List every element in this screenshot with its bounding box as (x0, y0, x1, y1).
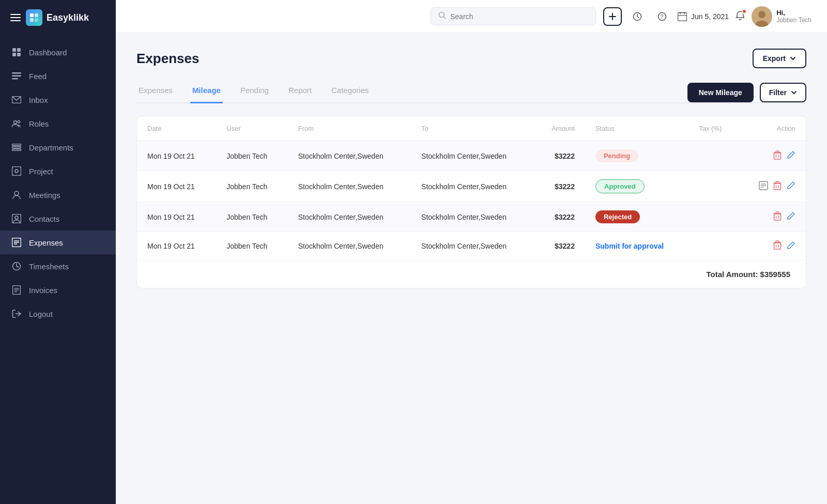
cell-date: Mon 19 Oct 21 (137, 232, 216, 261)
topbar: ? Jun 5, 2021 Hi, Jobben Tech (116, 0, 827, 33)
cell-tax (688, 202, 739, 232)
status-badge: Pending (595, 149, 638, 162)
table-row: Mon 19 Oct 21 Jobben Tech Stockholm Cent… (137, 232, 806, 261)
status-badge: Submit for approval (595, 242, 664, 250)
svg-rect-15 (12, 147, 21, 148)
edit-icon[interactable] (787, 150, 795, 161)
cell-action (739, 171, 806, 202)
current-date: Jun 5, 2021 (691, 12, 729, 21)
topbar-icons: ? Jun 5, 2021 Hi, Jobben Tech (603, 6, 811, 27)
sidebar-item-project[interactable]: Project (0, 159, 116, 183)
cell-to: Stockholm Center,Sweden (411, 202, 534, 232)
cell-status: Rejected (585, 202, 688, 232)
search-box[interactable] (431, 7, 596, 25)
sidebar-item-expenses[interactable]: Expenses (0, 231, 116, 254)
svg-point-13 (18, 120, 20, 123)
meetings-icon (11, 190, 22, 200)
tab-pending[interactable]: Pending (238, 81, 271, 103)
col-from: From (288, 116, 411, 141)
svg-point-21 (15, 216, 18, 219)
sidebar-label-feed: Feed (29, 72, 47, 81)
cell-to: Stockholm Center,Sweden (411, 171, 534, 202)
cell-from: Stockholm Center,Sweden (288, 171, 411, 202)
cell-action (739, 232, 806, 261)
help-button[interactable]: ? (653, 7, 671, 26)
delete-icon[interactable] (773, 150, 782, 162)
cell-from: Stockholm Center,Sweden (288, 202, 411, 232)
report-icon[interactable] (759, 181, 768, 192)
cell-tax (688, 171, 739, 202)
sidebar-label-invoices: Invoices (29, 286, 57, 295)
page-title: Expenses (136, 51, 199, 67)
clock-button[interactable] (628, 7, 647, 26)
sidebar-label-roles: Roles (29, 119, 49, 128)
notification-dot (742, 9, 747, 14)
sidebar-label-project: Project (29, 167, 53, 176)
sidebar-item-contacts[interactable]: Contacts (0, 207, 116, 231)
sidebar-item-timesheets[interactable]: Timesheets (0, 254, 116, 278)
cell-status: Approved (585, 171, 688, 202)
sidebar-item-inbox[interactable]: Inbox (0, 88, 116, 112)
edit-icon[interactable] (787, 211, 795, 222)
export-button[interactable]: Export (753, 49, 806, 68)
sidebar-item-meetings[interactable]: Meetings (0, 183, 116, 207)
sidebar-label-timesheets: Timesheets (29, 262, 69, 271)
svg-rect-8 (12, 72, 21, 74)
search-input[interactable] (450, 12, 588, 21)
cell-date: Mon 19 Oct 21 (137, 202, 216, 232)
tab-mileage[interactable]: Mileage (190, 81, 223, 103)
cell-date: Mon 19 Oct 21 (137, 141, 216, 171)
notification-button[interactable] (735, 10, 745, 23)
delete-icon[interactable] (773, 240, 782, 252)
svg-rect-9 (12, 75, 21, 77)
col-tax: Tax (%) (688, 116, 739, 141)
svg-rect-16 (12, 149, 21, 151)
sidebar-item-invoices[interactable]: Invoices (0, 278, 116, 302)
filter-button[interactable]: Filter (760, 83, 806, 102)
svg-rect-3 (35, 18, 38, 22)
sidebar-item-roles[interactable]: Roles (0, 112, 116, 135)
contacts-icon (11, 213, 22, 224)
table-row: Mon 19 Oct 21 Jobben Tech Stockholm Cent… (137, 171, 806, 202)
invoices-icon (11, 285, 22, 295)
delete-icon[interactable] (773, 211, 782, 223)
add-button[interactable] (603, 7, 622, 26)
sidebar-item-feed[interactable]: Feed (0, 64, 116, 88)
col-amount: Amount (534, 116, 585, 141)
svg-rect-4 (12, 48, 16, 52)
page-header: Expenses Export (136, 49, 806, 68)
new-mileage-button[interactable]: New Mileage (687, 83, 754, 102)
sidebar-item-dashboard[interactable]: Dashboard (0, 40, 116, 64)
sidebar-item-logout[interactable]: Logout (0, 302, 116, 326)
export-label: Export (763, 54, 786, 63)
user-greeting: Hi, (776, 9, 811, 17)
hamburger-icon[interactable] (10, 14, 21, 21)
user-profile[interactable]: Hi, Jobben Tech (752, 6, 811, 27)
cell-from: Stockholm Center,Sweden (288, 232, 411, 261)
sidebar-item-departments[interactable]: Departments (0, 135, 116, 159)
tab-expenses[interactable]: Expenses (136, 81, 175, 103)
cell-user: Jobben Tech (216, 171, 288, 202)
edit-icon[interactable] (787, 241, 795, 252)
sidebar-label-meetings: Meetings (29, 191, 60, 200)
cell-status: Pending (585, 141, 688, 171)
svg-point-18 (15, 170, 18, 173)
svg-rect-59 (774, 243, 781, 249)
avatar (752, 6, 772, 27)
delete-icon[interactable] (773, 181, 782, 192)
tab-report[interactable]: Report (286, 81, 314, 103)
edit-icon[interactable] (787, 181, 795, 192)
cell-user: Jobben Tech (216, 202, 288, 232)
sidebar: Easyklikk Dashboard Feed Inbox (0, 0, 116, 504)
col-user: User (216, 116, 288, 141)
col-status: Status (585, 116, 688, 141)
tab-categories[interactable]: Categories (329, 81, 371, 103)
sidebar-header: Easyklikk (0, 0, 116, 35)
sidebar-label-logout: Logout (29, 310, 53, 318)
col-date: Date (137, 116, 216, 141)
sidebar-label-expenses: Expenses (29, 238, 63, 247)
mileage-table: Date User From To Amount Status Tax (%) … (136, 116, 806, 288)
status-badge: Approved (595, 179, 645, 193)
cell-amount: $3222 (534, 171, 585, 202)
svg-rect-14 (12, 144, 21, 146)
